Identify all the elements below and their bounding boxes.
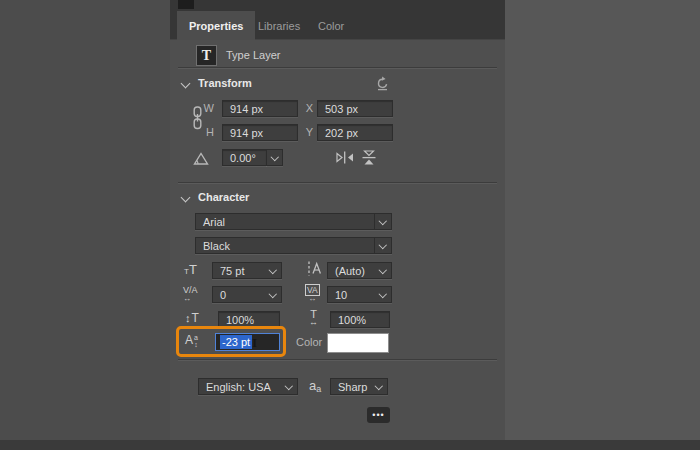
height-label: H bbox=[200, 126, 214, 138]
tracking-value: 10 bbox=[335, 289, 375, 301]
tab-color[interactable]: Color bbox=[312, 11, 350, 40]
color-label: Color bbox=[296, 336, 322, 348]
baseline-selected-text: -23 pt bbox=[220, 335, 252, 349]
kerning-icon: V/A ↔ bbox=[183, 286, 198, 303]
chevron-down-icon bbox=[269, 290, 277, 298]
transform-section-header[interactable]: Transform bbox=[182, 77, 252, 89]
photoshop-properties-panel-screenshot: Properties Libraries Color T Type Layer … bbox=[0, 0, 700, 450]
divider bbox=[178, 182, 497, 184]
x-label: X bbox=[299, 102, 313, 114]
font-family-dropdown[interactable]: Arial bbox=[195, 213, 392, 230]
flip-horizontal-button[interactable] bbox=[335, 150, 355, 165]
baseline-shift-input[interactable]: -23 pt I bbox=[215, 333, 280, 351]
chevron-down-icon bbox=[379, 266, 387, 274]
baseline-shift-icon: A a ↕ bbox=[185, 334, 198, 348]
rotation-angle-input[interactable]: 0.00° bbox=[222, 149, 267, 166]
reset-icon bbox=[374, 75, 391, 92]
bottom-bar bbox=[0, 440, 700, 450]
leading-dropdown[interactable]: (Auto) bbox=[327, 262, 392, 279]
kerning-dropdown[interactable]: 0 bbox=[212, 286, 282, 303]
chevron-down-icon bbox=[271, 153, 279, 161]
chevron-down-icon bbox=[285, 382, 293, 390]
tab-libraries[interactable]: Libraries bbox=[252, 11, 306, 40]
language-dropdown[interactable]: English: USA bbox=[198, 378, 298, 395]
chevron-down-icon bbox=[379, 217, 387, 225]
text-color-swatch[interactable] bbox=[327, 333, 389, 353]
font-size-value: 75 pt bbox=[220, 265, 265, 277]
reset-transform-button[interactable] bbox=[373, 74, 391, 92]
panel-tab-bar: Properties Libraries Color bbox=[170, 0, 505, 40]
font-family-value: Arial bbox=[203, 216, 374, 228]
flip-vertical-button[interactable] bbox=[360, 149, 378, 166]
y-label: Y bbox=[299, 126, 313, 138]
horizontal-scale-icon: T ↔ bbox=[309, 309, 318, 327]
rotate-angle-icon bbox=[192, 150, 210, 166]
properties-panel: Properties Libraries Color T Type Layer … bbox=[170, 0, 505, 440]
chevron-down-icon bbox=[181, 192, 191, 202]
anti-alias-dropdown[interactable]: Sharp bbox=[330, 378, 388, 395]
chevron-down-icon bbox=[379, 241, 387, 249]
character-title: Character bbox=[198, 191, 249, 203]
divider bbox=[178, 67, 497, 69]
leading-value: (Auto) bbox=[335, 265, 375, 277]
anti-alias-icon: a a bbox=[309, 379, 321, 392]
width-label: W bbox=[200, 102, 214, 114]
flip-horizontal-icon bbox=[335, 150, 355, 165]
horizontal-scale-input[interactable]: 100% bbox=[330, 311, 390, 328]
width-input[interactable]: 914 px bbox=[222, 100, 298, 117]
background-right bbox=[505, 0, 700, 450]
rotation-angle-dropdown[interactable] bbox=[266, 149, 283, 166]
chevron-down-icon bbox=[379, 290, 387, 298]
kerning-value: 0 bbox=[220, 289, 265, 301]
y-position-input[interactable]: 202 px bbox=[317, 124, 393, 141]
tracking-icon: VA ↔ bbox=[305, 286, 320, 303]
font-size-dropdown[interactable]: 75 pt bbox=[212, 262, 282, 279]
leading-icon bbox=[306, 259, 322, 278]
font-style-dropdown[interactable]: Black bbox=[195, 237, 392, 254]
height-input[interactable]: 914 px bbox=[222, 124, 298, 141]
more-options-button[interactable]: ••• bbox=[367, 407, 390, 423]
font-style-value: Black bbox=[203, 240, 374, 252]
tab-properties[interactable]: Properties bbox=[177, 11, 255, 40]
transform-title: Transform bbox=[198, 77, 252, 89]
character-section-header[interactable]: Character bbox=[182, 191, 249, 203]
x-position-input[interactable]: 503 px bbox=[317, 100, 393, 117]
text-cursor-icon: I bbox=[252, 335, 257, 351]
vertical-scale-icon: ↕ T bbox=[185, 311, 199, 325]
chevron-down-icon bbox=[269, 266, 277, 274]
type-layer-label: Type Layer bbox=[226, 49, 280, 61]
flip-vertical-icon bbox=[360, 149, 378, 166]
type-layer-icon: T bbox=[196, 45, 217, 66]
panel-corner-notch bbox=[178, 0, 194, 9]
divider bbox=[178, 359, 497, 361]
tracking-dropdown[interactable]: 10 bbox=[327, 286, 392, 303]
font-size-icon: TT bbox=[184, 263, 197, 276]
chevron-down-icon bbox=[181, 78, 191, 88]
language-value: English: USA bbox=[206, 381, 281, 393]
chevron-down-icon bbox=[375, 382, 383, 390]
anti-alias-value: Sharp bbox=[338, 381, 371, 393]
background-left bbox=[0, 0, 170, 450]
